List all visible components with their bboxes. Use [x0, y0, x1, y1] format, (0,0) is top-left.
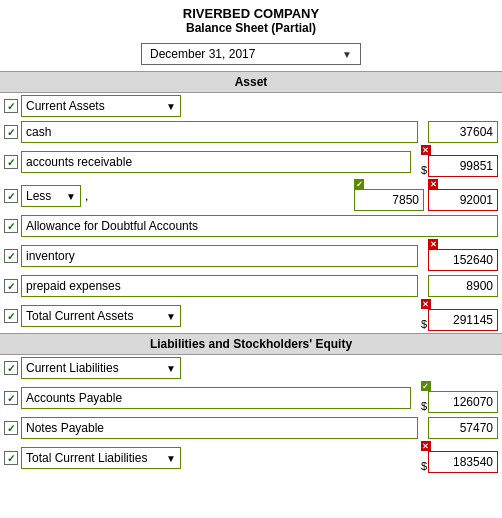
- allowance-label: Allowance for Doubtful Accounts: [26, 219, 198, 233]
- allowance-label-box: Allowance for Doubtful Accounts: [21, 215, 498, 237]
- prepaid-value: 8900: [466, 279, 493, 293]
- total-current-liabilities-value: 183540: [453, 455, 493, 469]
- liabilities-section-header: Liabilities and Stockholders' Equity: [0, 333, 502, 355]
- prepaid-value-cell: 8900: [428, 275, 498, 297]
- accounts-receivable-row: accounts receivable ✕ $ 99851: [0, 145, 502, 179]
- total-current-assets-dollar: $: [421, 318, 427, 331]
- inventory-value-cell: ✕ 152640: [428, 241, 498, 271]
- accounts-payable-value-box: 126070: [428, 391, 498, 413]
- notes-payable-value-cell: 57470: [428, 417, 498, 439]
- less-mid-value-box: 7850: [354, 189, 424, 211]
- accounts-receivable-label: accounts receivable: [26, 155, 132, 169]
- total-current-liabilities-dropdown[interactable]: Total Current Liabilities ▼: [21, 447, 181, 469]
- notes-payable-label: Notes Payable: [26, 421, 104, 435]
- accounts-payable-checkbox[interactable]: [4, 391, 18, 405]
- total-current-assets-dropdown[interactable]: Total Current Assets ▼: [21, 305, 181, 327]
- sheet-title: Balance Sheet (Partial): [4, 21, 498, 35]
- inventory-value: 152640: [453, 253, 493, 267]
- date-dropdown-arrow: ▼: [342, 49, 352, 60]
- current-assets-arrow: ▼: [166, 101, 176, 112]
- less-right-value: 92001: [460, 193, 493, 207]
- notes-payable-label-box: Notes Payable: [21, 417, 418, 439]
- current-assets-row: Current Assets ▼: [0, 93, 502, 119]
- less-dropdown[interactable]: Less ▼: [21, 185, 81, 207]
- total-current-liabilities-checkbox[interactable]: [4, 451, 18, 465]
- allowance-row: Allowance for Doubtful Accounts: [0, 213, 502, 239]
- date-dropdown[interactable]: December 31, 2017 ▼: [141, 43, 361, 65]
- prepaid-checkbox[interactable]: [4, 279, 18, 293]
- total-current-assets-value-box: 291145: [428, 309, 498, 331]
- accounts-receivable-dollar: $: [421, 164, 427, 177]
- total-current-liabilities-label: Total Current Liabilities: [26, 451, 147, 465]
- inventory-row: inventory ✕ 152640: [0, 239, 502, 273]
- total-current-assets-x: ✕: [421, 299, 431, 309]
- company-name: RIVERBED COMPANY: [4, 6, 498, 21]
- notes-payable-value: 57470: [460, 421, 493, 435]
- notes-payable-row: Notes Payable 57470: [0, 415, 502, 441]
- less-right-value-box: 92001: [428, 189, 498, 211]
- accounts-payable-check: ✓: [421, 381, 431, 391]
- less-mid-check: ✓: [354, 179, 364, 189]
- total-current-liabilities-value-box: 183540: [428, 451, 498, 473]
- less-row: Less ▼ , ✓ 7850 ✕ 92001: [0, 179, 502, 213]
- inventory-checkbox[interactable]: [4, 249, 18, 263]
- date-row: December 31, 2017 ▼: [0, 39, 502, 71]
- accounts-receivable-checkbox[interactable]: [4, 155, 18, 169]
- prepaid-label: prepaid expenses: [26, 279, 121, 293]
- cash-row: cash 37604: [0, 119, 502, 145]
- accounts-receivable-label-box: accounts receivable: [21, 151, 411, 173]
- accounts-payable-dollar: $: [421, 400, 427, 413]
- accounts-payable-row: Accounts Payable ✓ $ 126070: [0, 381, 502, 415]
- accounts-receivable-value: 99851: [460, 159, 493, 173]
- prepaid-value-box: 8900: [428, 275, 498, 297]
- less-arrow: ▼: [66, 191, 76, 202]
- current-assets-label: Current Assets: [26, 99, 105, 113]
- notes-payable-value-box: 57470: [428, 417, 498, 439]
- cash-value-box: 37604: [428, 121, 498, 143]
- inventory-label-box: inventory: [21, 245, 418, 267]
- accounts-receivable-x: ✕: [421, 145, 431, 155]
- accounts-payable-value-cell: ✓ $ 126070: [421, 383, 498, 413]
- total-current-assets-checkbox[interactable]: [4, 309, 18, 323]
- current-liabilities-dropdown[interactable]: Current Liabilities ▼: [21, 357, 181, 379]
- current-liabilities-checkbox[interactable]: [4, 361, 18, 375]
- allowance-checkbox[interactable]: [4, 219, 18, 233]
- total-current-liabilities-arrow: ▼: [166, 453, 176, 464]
- accounts-payable-value: 126070: [453, 395, 493, 409]
- cash-value-cell: 37604: [428, 121, 498, 143]
- inventory-label: inventory: [26, 249, 75, 263]
- current-assets-checkbox[interactable]: [4, 99, 18, 113]
- inventory-x: ✕: [428, 239, 438, 249]
- less-right-x: ✕: [428, 179, 438, 189]
- total-current-liabilities-row: Total Current Liabilities ▼ ✕ $ 183540: [0, 441, 502, 475]
- less-label: Less: [26, 189, 51, 203]
- less-checkbox[interactable]: [4, 189, 18, 203]
- accounts-receivable-value-box: 99851: [428, 155, 498, 177]
- current-liabilities-label: Current Liabilities: [26, 361, 119, 375]
- accounts-payable-label-box: Accounts Payable: [21, 387, 411, 409]
- current-liabilities-arrow: ▼: [166, 363, 176, 374]
- cash-checkbox[interactable]: [4, 125, 18, 139]
- current-liabilities-row: Current Liabilities ▼: [0, 355, 502, 381]
- prepaid-label-box: prepaid expenses: [21, 275, 418, 297]
- asset-section-header: Asset: [0, 71, 502, 93]
- inventory-value-box: 152640: [428, 249, 498, 271]
- cash-value: 37604: [460, 125, 493, 139]
- date-value: December 31, 2017: [150, 47, 255, 61]
- page-header: RIVERBED COMPANY Balance Sheet (Partial): [0, 0, 502, 39]
- prepaid-row: prepaid expenses 8900: [0, 273, 502, 299]
- notes-payable-checkbox[interactable]: [4, 421, 18, 435]
- less-mid-value: 7850: [392, 193, 419, 207]
- total-current-assets-value: 291145: [453, 313, 493, 327]
- cash-label: cash: [26, 125, 51, 139]
- less-comma: ,: [85, 189, 88, 203]
- total-current-liabilities-dollar: $: [421, 460, 427, 473]
- total-current-assets-row: Total Current Assets ▼ ✕ $ 291145: [0, 299, 502, 333]
- accounts-receivable-value-cell: ✕ $ 99851: [421, 147, 498, 177]
- total-current-assets-label: Total Current Assets: [26, 309, 133, 323]
- total-current-liabilities-x: ✕: [421, 441, 431, 451]
- total-current-assets-arrow: ▼: [166, 311, 176, 322]
- current-assets-dropdown[interactable]: Current Assets ▼: [21, 95, 181, 117]
- accounts-payable-label: Accounts Payable: [26, 391, 122, 405]
- cash-label-box: cash: [21, 121, 418, 143]
